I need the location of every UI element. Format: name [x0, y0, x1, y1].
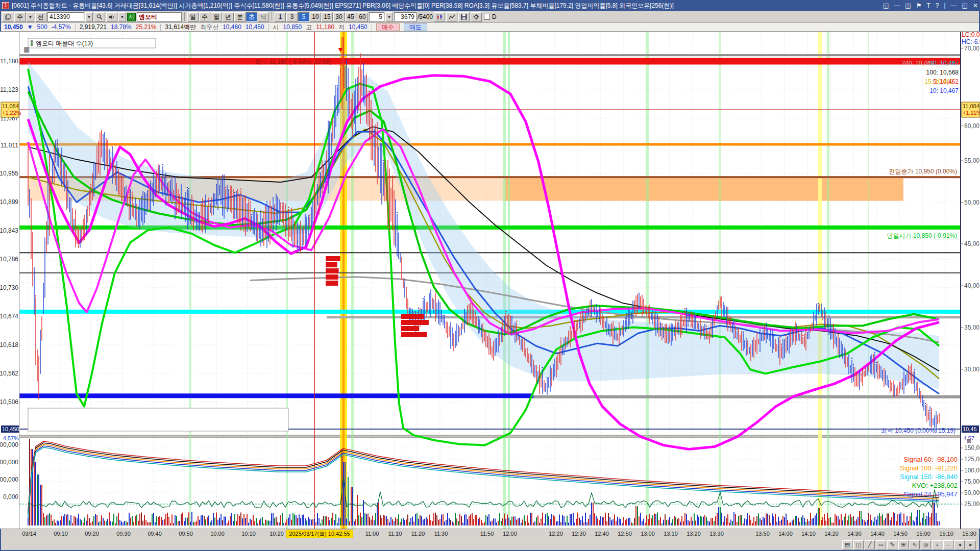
bottom-right-axis-label: 75,000 — [964, 478, 980, 485]
window-control-6[interactable]: | — [944, 2, 945, 9]
grid-tool-icon[interactable]: ▦ — [23, 45, 30, 53]
chart-tool-icon-11[interactable]: ▸ — [966, 540, 976, 549]
sell-button[interactable]: 매도 — [404, 23, 427, 31]
price-change-pct: -4.57% — [52, 23, 71, 31]
interval-button-60[interactable]: 60 — [357, 12, 368, 22]
sound-dropdown[interactable]: ▼ — [118, 12, 126, 22]
window-control-3[interactable]: ⚑ — [916, 2, 922, 9]
bar-total-label: /5400 — [418, 13, 433, 20]
interval-dropdown[interactable]: ▼ — [385, 12, 393, 22]
stock-type-dropdown[interactable]: ▼ — [27, 12, 34, 22]
chart-tool-icon-10[interactable]: ◂ — [954, 540, 965, 549]
time-label: 12:00 — [503, 531, 517, 537]
right-axis-label: 70,00 — [964, 45, 979, 52]
highlight-stripe — [827, 32, 829, 529]
highlight-stripe — [646, 32, 649, 529]
chart-tool-icon-3[interactable]: ▭ — [876, 540, 886, 549]
save-button[interactable] — [458, 12, 470, 22]
time-label: 13:10 — [664, 531, 678, 537]
d-checkbox[interactable] — [484, 14, 490, 20]
low-price: 10,450 — [349, 23, 368, 31]
buy-button[interactable]: 매수 — [376, 23, 400, 31]
period-button-년[interactable]: 년 — [223, 12, 234, 22]
search-button[interactable] — [94, 12, 105, 22]
interval-button-1[interactable]: 1 — [275, 12, 286, 22]
window-mode-button[interactable] — [2, 12, 13, 22]
stock-code-dropdown[interactable]: ▼ — [85, 12, 93, 22]
price-level-line — [19, 143, 961, 145]
chart-tool-icon-8[interactable]: + — [932, 540, 942, 549]
time-label: 14:30 — [847, 531, 862, 537]
best-ask: 10,460 — [223, 23, 241, 31]
svg-text:+1.22%: +1.22% — [963, 110, 980, 116]
cursor-time-label: 2025/03/17(월) 10:42:55 — [286, 530, 353, 538]
chart-tool-icon-6[interactable]: ∿ — [910, 540, 920, 549]
chart-tool-icon-9[interactable]: − — [943, 540, 953, 549]
price-level-line — [19, 252, 961, 253]
highlight-stripe — [286, 32, 288, 529]
period-button-일[interactable]: 일 — [187, 12, 199, 22]
period-button-초[interactable]: 초 — [246, 12, 257, 22]
window-control-7[interactable]: — — [951, 2, 957, 9]
period-button-분[interactable]: 분 — [234, 12, 246, 22]
period-button-주[interactable]: 주 — [199, 12, 210, 22]
interval-button-5[interactable]: 5 — [298, 12, 309, 22]
price-axis-label: 10,674 — [0, 313, 18, 320]
volume-ratio: 18.78% — [111, 23, 132, 31]
window-control-8[interactable]: ◱ — [962, 2, 968, 9]
ma-value-label: 5: 10,462 — [933, 78, 959, 85]
bottom-right-axis-label: 125,000 — [964, 456, 980, 463]
window-control-9[interactable]: ✕ — [973, 2, 978, 9]
speaker-icon — [109, 14, 115, 20]
interval-select[interactable]: 5 — [369, 12, 384, 22]
interval-button-15[interactable]: 15 — [322, 12, 333, 22]
period-button-월[interactable]: 월 — [211, 12, 222, 22]
sound-button[interactable] — [106, 12, 117, 22]
interval-button-45[interactable]: 45 — [345, 12, 356, 22]
time-label: 12:50 — [618, 531, 632, 537]
market-badge: 시 — [127, 13, 136, 21]
panel-close-icon[interactable]: ⊠ — [967, 438, 971, 444]
histogram-block — [326, 274, 338, 280]
interval-button-10[interactable]: 10 — [310, 12, 321, 22]
chart-tool-icon-1[interactable]: ◫ — [853, 540, 864, 549]
time-axis[interactable]: 2025/03/17(월) 10:42:55 03/1409:1009:2009… — [1, 529, 979, 539]
window-control-5[interactable]: ? — [936, 2, 939, 9]
line-tool-button[interactable] — [446, 12, 457, 22]
bar-position-input[interactable]: 3679 — [394, 12, 416, 22]
svg-text:11,084: 11,084 — [963, 103, 979, 109]
time-label: 15:30 — [962, 531, 976, 537]
window-control-0[interactable]: ◱ — [883, 2, 889, 9]
chart-tool-icon-5[interactable]: ⊞ — [898, 540, 909, 549]
interval-button-3[interactable]: 3 — [286, 12, 298, 22]
annotation-open: 당일시가 10,850 (-0.91%) — [887, 232, 957, 239]
stock-code-input[interactable]: 413390 — [47, 12, 84, 22]
candle-tool-button[interactable] — [434, 12, 445, 22]
right-axis-label: 50,00 — [964, 199, 979, 206]
window-control-4[interactable]: T — [926, 2, 930, 9]
interval-button-30[interactable]: 30 — [333, 12, 345, 22]
time-label: 12:30 — [572, 531, 586, 537]
price-level-line — [19, 393, 533, 398]
period-button-틱[interactable]: 틱 — [258, 12, 269, 22]
highlight-stripe — [719, 32, 721, 529]
settings-button[interactable] — [471, 12, 482, 22]
stock-type-button[interactable]: 주 — [14, 12, 26, 22]
right-axis-label: 40,00 — [964, 282, 979, 289]
right-axis-label: 30,00 — [964, 366, 979, 373]
prev-stock-button[interactable]: 전 — [35, 12, 46, 22]
time-label: 11:00 — [365, 531, 379, 537]
stock-name-field[interactable]: 엠오티 — [137, 12, 182, 22]
time-label: 12:40 — [595, 531, 609, 537]
histogram-block — [401, 314, 424, 319]
chart-canvas[interactable]: ▼엠오티 매물대 수(13)▦11,18011,12311,06711,0111… — [0, 0, 980, 551]
chart-tool-icon-4[interactable]: ✎ — [887, 540, 897, 549]
chart-tool-icon-0[interactable]: ▤ — [842, 540, 852, 549]
window-control-1[interactable]: — — [894, 2, 900, 9]
highlight-stripe — [508, 32, 510, 529]
window-control-2[interactable]: ◫ — [905, 2, 911, 9]
svg-text:-4,57%: -4,57% — [1, 435, 19, 441]
ma-value-label: 10: 10,467 — [929, 87, 959, 94]
chart-tool-icon-2[interactable]: ╱ — [865, 540, 875, 549]
chart-tool-icon-7[interactable]: ◎ — [921, 540, 931, 549]
